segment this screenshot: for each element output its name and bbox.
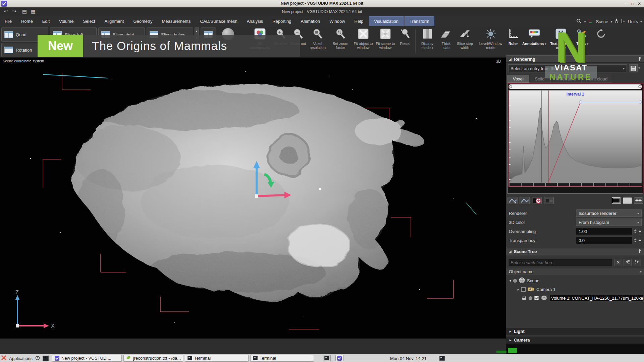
- tab-transform[interactable]: Transform: [405, 16, 434, 26]
- interval-options-icon[interactable]: [544, 197, 554, 204]
- units-caret-icon[interactable]: ▾: [640, 20, 642, 23]
- transparency-input[interactable]: 0.0: [576, 237, 633, 244]
- 3d-color-dropdown[interactable]: From histogram ▾: [576, 219, 642, 226]
- ruler-button[interactable]: Ruler: [506, 28, 521, 46]
- task-reconstruction[interactable]: [reconstruction.txt - /da...: [123, 355, 183, 362]
- tab-visualization[interactable]: Visualization: [369, 16, 404, 26]
- scroll-up-icon[interactable]: ▴: [195, 28, 198, 35]
- renderer-row: Renderer Isosurface renderer ▾: [509, 209, 642, 217]
- scene-dropdown-label[interactable]: Scene: [596, 19, 608, 24]
- thick-slab-button[interactable]: Thick slab: [438, 28, 454, 50]
- oversampling-spinner[interactable]: [634, 229, 637, 233]
- save-preset-button[interactable]: [629, 64, 638, 72]
- maximize-button[interactable]: □: [629, 1, 636, 7]
- menu-analysis[interactable]: Analysis: [242, 16, 268, 26]
- menu-home[interactable]: Home: [16, 16, 38, 26]
- walkthrough-icon[interactable]: [614, 18, 619, 24]
- tree-row-volume[interactable]: Volume 1: CONCAT_HA-1250_21.77um_120keV_…: [506, 294, 644, 302]
- fit-object-to-window-button[interactable]: Fit object to window: [353, 28, 374, 50]
- display-mode-button[interactable]: Display mode ▾: [418, 28, 437, 50]
- histogram-log-scale-button[interactable]: [623, 197, 632, 204]
- object-name-column-header[interactable]: Object name ▾: [506, 268, 644, 275]
- menu-volume[interactable]: Volume: [54, 16, 78, 26]
- applications-menu[interactable]: Applications: [9, 356, 33, 361]
- lock-icon[interactable]: [522, 296, 527, 301]
- fossil-volume-render[interactable]: [71, 84, 424, 301]
- histogram-linear-scale-button[interactable]: [612, 197, 621, 204]
- level-window-mode-button[interactable]: Level/Window mode: [476, 28, 505, 50]
- menu-reporting[interactable]: Reporting: [268, 16, 296, 26]
- menu-alignment[interactable]: Alignment: [100, 16, 129, 26]
- menu-measurements[interactable]: Measurements: [157, 16, 195, 26]
- menu-animation[interactable]: Animation: [296, 16, 325, 26]
- camera-expander-icon[interactable]: ▸: [518, 288, 519, 291]
- camera-section-header[interactable]: ▸ Camera: [506, 336, 644, 344]
- menu-file[interactable]: File: [0, 16, 16, 26]
- transparency-slider[interactable]: [638, 237, 642, 244]
- volume-checkbox[interactable]: [534, 296, 539, 300]
- collapse-tree-button[interactable]: [624, 259, 632, 266]
- scene-visibility-icon[interactable]: [513, 279, 517, 283]
- voxel-resolution-button[interactable]: Voxel resolution: [307, 28, 328, 50]
- menu-cad-surface-mesh[interactable]: CAD/Surface mesh: [195, 16, 242, 26]
- scene-tree-pin-icon[interactable]: [638, 249, 642, 254]
- clear-search-button[interactable]: ✕: [614, 259, 622, 266]
- slice-step-width-button[interactable]: Slice step width: [455, 28, 475, 50]
- menu-edit[interactable]: Edit: [38, 16, 54, 26]
- light-expander-icon[interactable]: ▸: [509, 329, 511, 333]
- power-icon[interactable]: [35, 356, 40, 361]
- reset-view-button[interactable]: Reset: [397, 28, 413, 46]
- histogram-fit-button[interactable]: [634, 197, 643, 204]
- units-dropdown-label[interactable]: Units: [628, 19, 638, 24]
- tree-row-camera[interactable]: ▸ Camera 1: [506, 285, 644, 294]
- menu-window[interactable]: Window: [325, 16, 350, 26]
- 3d-viewport[interactable]: Scene coordinate system 3D: [0, 58, 506, 339]
- remove-interval-icon[interactable]: [532, 197, 542, 204]
- show-desktop-icon[interactable]: [43, 356, 49, 361]
- oversampling-slider[interactable]: [638, 228, 642, 235]
- set-zoom-factor-button[interactable]: Set zoom factor: [329, 28, 352, 50]
- rendering-pin-icon[interactable]: [638, 57, 642, 62]
- fit-scene-to-window-button[interactable]: Fit scene to window: [375, 28, 396, 50]
- add-interval-icon[interactable]: [507, 197, 518, 204]
- range-handle-right[interactable]: [638, 85, 641, 88]
- task-terminal-1[interactable]: Terminal: [185, 355, 249, 362]
- range-handle-left[interactable]: [509, 85, 512, 88]
- tray-display-button[interactable]: [438, 355, 446, 361]
- scene-expander-icon[interactable]: ▾: [509, 279, 511, 283]
- histogram-editor[interactable]: Interval 1: [507, 83, 643, 194]
- minimize-button[interactable]: ─: [623, 1, 629, 7]
- search-caret-icon[interactable]: ▾: [584, 20, 586, 23]
- scene-tree-section-header[interactable]: ◢ Scene Tree: [506, 248, 644, 255]
- annotations-button[interactable]: Annotations ▾: [522, 28, 547, 46]
- task-terminal-2[interactable]: Terminal: [250, 355, 314, 362]
- menu-geometry[interactable]: Geometry: [128, 16, 157, 26]
- camera-checkbox[interactable]: [521, 287, 526, 292]
- camera-section-expander-icon[interactable]: ▸: [509, 338, 511, 342]
- volume-visibility-icon[interactable]: [529, 296, 532, 300]
- preset-caret-icon[interactable]: ▾: [638, 66, 640, 70]
- menu-help[interactable]: Help: [350, 16, 368, 26]
- applications-icon[interactable]: [1, 355, 6, 361]
- oversampling-input[interactable]: 1.00: [576, 228, 633, 235]
- tree-row-scene[interactable]: ▾ Scene: [506, 277, 644, 285]
- edit-interval-icon[interactable]: [520, 197, 530, 204]
- close-button[interactable]: ✕: [636, 1, 643, 7]
- histogram-plot[interactable]: Interval 1: [508, 90, 642, 187]
- scene-tree-expander-icon[interactable]: ◢: [509, 250, 512, 253]
- expand-tree-button[interactable]: [633, 259, 641, 266]
- window-titlebar: New project - VGSTUDIO MAX 2024.1 64 bit…: [0, 0, 644, 7]
- tray-vgstudio-button[interactable]: [335, 355, 343, 361]
- task-vgstudio[interactable]: New project - VGSTUDI...: [52, 355, 122, 362]
- renderer-dropdown[interactable]: Isosurface renderer ▾: [576, 209, 642, 217]
- tab-voxel[interactable]: Voxel: [507, 75, 529, 83]
- window-title: New project - VGSTUDIO MAX 2024.1 64 bit: [0, 1, 644, 6]
- light-section-header[interactable]: ▸ Light: [506, 327, 644, 335]
- taskbar-clock[interactable]: Mon 04 Nov, 14:21: [390, 356, 427, 361]
- scene-tree-search-input[interactable]: [508, 259, 612, 266]
- tray-terminal-button[interactable]: [323, 355, 331, 361]
- menu-select[interactable]: Select: [78, 16, 100, 26]
- rendering-expander-icon[interactable]: ◢: [509, 57, 512, 61]
- transparency-spinner[interactable]: [634, 238, 637, 242]
- scene-caret-icon[interactable]: ▾: [610, 20, 612, 23]
